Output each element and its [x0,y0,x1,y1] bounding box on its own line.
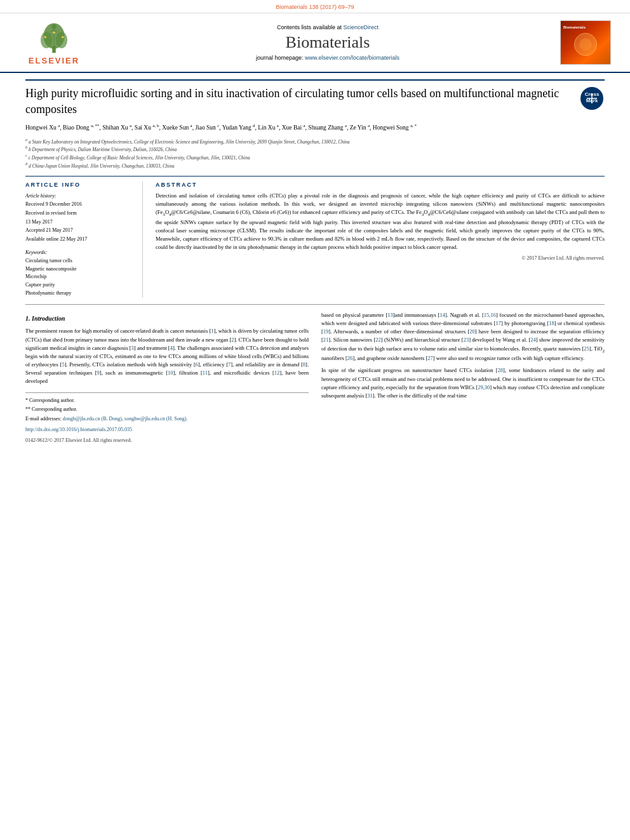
keyword-1: Circulating tumor cells [25,257,135,265]
journal-reference-bar: Biomaterials 138 (2017) 69–79 [0,0,630,13]
article-history: Article history: Received 9 December 201… [25,192,135,244]
svg-point-8 [44,36,46,39]
ref-18[interactable]: 18 [549,320,554,326]
ref-28[interactable]: 28 [498,367,504,373]
ref-29-30[interactable]: 29,30 [478,384,490,390]
affiliation-c: c c Department of Cell Biology, College … [25,153,605,161]
authors-line: Hongwei Xu a, Biao Dong a, **, Shihan Xu… [25,123,605,133]
ref-5[interactable]: 5 [62,361,64,368]
intro-para-2: based on physical parameter [13]and immu… [321,311,605,363]
svg-point-3 [41,32,52,48]
affiliation-d: d d China-Japan Union Hospital, Jilin Un… [25,161,605,170]
accepted-date: Accepted 21 May 2017 [25,226,135,235]
ref-9[interactable]: 9 [97,370,100,376]
article-title-section: High purity microfluidic sorting and in … [25,79,605,117]
ref-4[interactable]: 4 [170,345,173,351]
elsevier-wordmark: ELSEVIER [29,56,79,65]
affiliation-b: b b Department of Physics, Dalian Mariti… [25,145,605,153]
elsevier-logo: ELSEVIER [13,20,95,65]
ref-22[interactable]: 22 [375,337,381,343]
science-direct-link[interactable]: ScienceDirect [344,24,379,30]
svg-point-9 [62,36,64,39]
keyword-2: Magnetic nanocomposite [25,265,135,274]
keywords-label: Keywords: [25,248,135,257]
ref-7[interactable]: 7 [228,361,231,368]
revised-date: 13 May 2017 [25,218,135,227]
journal-header: ELSEVIER Contents lists available at Sci… [0,13,630,73]
ref-24[interactable]: 24 [530,337,536,343]
affiliation-a: a a State Key Laboratory on Integrated O… [25,137,605,145]
article-info-column: ARTICLE INFO Article history: Received 9… [25,182,143,298]
intro-section-title: 1. Introduction [25,314,309,324]
main-content: High purity microfluidic sorting and in … [0,73,630,451]
journal-cover-image: Biomaterials [560,20,617,65]
ref-6[interactable]: 6 [196,361,198,368]
ref-11[interactable]: 11 [203,370,208,376]
ref-25[interactable]: 25 [584,345,589,352]
ref-2[interactable]: 2 [231,337,234,343]
ref-8[interactable]: 8 [303,361,305,368]
ref-17[interactable]: 17 [495,320,501,326]
history-label: Article history: [25,192,135,201]
svg-text:Biomaterials: Biomaterials [563,25,586,29]
elsevier-tree-icon [32,20,76,55]
ref-26[interactable]: 26 [347,355,353,361]
crossmark-badge[interactable]: Cross Mark [579,86,605,111]
journal-title: Biomaterials [95,33,560,52]
body-right-column: based on physical parameter [13]and immu… [321,311,605,445]
ref-21[interactable]: 21 [323,337,329,343]
keyword-5: Photodynamic therapy [25,290,135,298]
footnote-emails: E-mail addresses: dongb@jlu.edu.cn (B. D… [25,415,309,423]
affiliations-section: a a State Key Laboratory on Integrated O… [25,137,605,170]
received-revised-label: Received in revised form [25,209,135,218]
abstract-column: ABSTRACT Detection and isolation of circ… [156,182,605,298]
svg-point-10 [53,31,55,34]
footnote-co-corresponding: ** Corresponding author. [25,406,309,414]
keyword-3: Microchip [25,273,135,281]
footnotes-section: * Corresponding author. ** Corresponding… [25,392,309,445]
intro-para-3: In spite of the significant progress on … [321,366,605,400]
available-online-date: Available online 22 May 2017 [25,235,135,244]
keyword-4: Capture purity [25,281,135,290]
journal-ref-text: Biomaterials 138 (2017) 69–79 [276,4,354,10]
ref-15-16[interactable]: 15,16 [484,312,496,318]
ref-31[interactable]: 31 [367,392,373,399]
intro-para-1: The prominent reason for high mortality … [25,327,309,385]
homepage-prefix: journal homepage: [256,55,304,61]
footnote-corresponding: * Corresponding author. [25,397,309,405]
section-divider [25,304,605,305]
article-title: High purity microfluidic sorting and in … [25,86,573,117]
footnote-email-addresses[interactable]: dongb@jlu.edu.cn (B. Dong), songhw@jlu.e… [63,416,188,422]
ref-3[interactable]: 3 [131,345,134,351]
ref-19[interactable]: 19 [323,328,329,335]
body-left-column: 1. Introduction The prominent reason for… [25,311,309,445]
ref-12[interactable]: 12 [274,370,280,376]
biomaterials-cover-thumbnail: Biomaterials [560,20,611,65]
ref-27[interactable]: 27 [427,355,433,361]
homepage-url[interactable]: www.elsevier.com/locate/biomaterials [305,55,399,61]
abstract-text: Detection and isolation of circulating t… [156,192,605,252]
ref-10[interactable]: 10 [168,370,173,376]
svg-point-14 [579,38,592,51]
abstract-heading: ABSTRACT [156,182,605,188]
conjugated-text: conjugated [471,209,494,215]
ref-13[interactable]: 13 [387,312,393,318]
ref-1[interactable]: 1 [211,328,213,334]
svg-point-5 [51,24,56,29]
ref-20[interactable]: 20 [469,328,475,335]
ref-14[interactable]: 14 [439,312,445,318]
contents-text: Contents lists available at [277,24,342,30]
article-info-abstract-section: ARTICLE INFO Article history: Received 9… [25,176,605,298]
article-info-heading: ARTICLE INFO [25,182,135,188]
issn-line: 0142-9612/© 2017 Elsevier Ltd. All right… [25,437,309,445]
keywords-section: Keywords: Circulating tumor cells Magnet… [25,248,135,298]
journal-center-info: Contents lists available at ScienceDirec… [95,24,560,61]
doi-link[interactable]: http://dx.doi.org/10.1016/j.biomaterials… [25,426,309,434]
received-date: Received 9 December 2016 [25,200,135,209]
svg-point-4 [56,32,67,48]
copyright-line: © 2017 Elsevier Ltd. All rights reserved… [156,255,605,261]
body-two-columns: 1. Introduction The prominent reason for… [25,311,605,445]
ref-23[interactable]: 23 [464,337,469,343]
